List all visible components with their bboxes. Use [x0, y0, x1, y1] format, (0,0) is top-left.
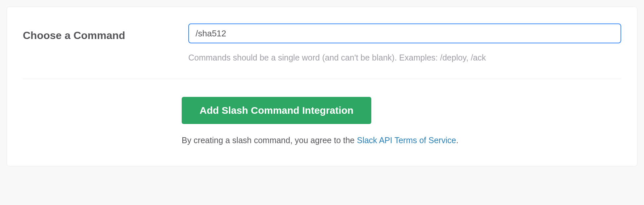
action-row: Add Slash Command Integration By creatin… — [23, 97, 621, 146]
command-helper-text: Commands should be a single word (and ca… — [188, 52, 621, 63]
label-column: Choose a Command — [23, 23, 182, 42]
agreement-prefix: By creating a slash command, you agree t… — [182, 136, 357, 145]
agreement-suffix: . — [456, 136, 458, 145]
add-integration-button[interactable]: Add Slash Command Integration — [182, 97, 371, 124]
form-card: Choose a Command Commands should be a si… — [7, 7, 637, 166]
command-input[interactable] — [188, 23, 621, 43]
agreement-text: By creating a slash command, you agree t… — [182, 135, 621, 146]
action-column: Add Slash Command Integration By creatin… — [182, 97, 621, 146]
action-spacer — [23, 97, 182, 146]
section-divider — [23, 79, 621, 79]
input-column: Commands should be a single word (and ca… — [188, 23, 621, 63]
command-label: Choose a Command — [23, 29, 182, 42]
terms-link[interactable]: Slack API Terms of Service — [357, 136, 456, 145]
command-row: Choose a Command Commands should be a si… — [23, 23, 621, 63]
